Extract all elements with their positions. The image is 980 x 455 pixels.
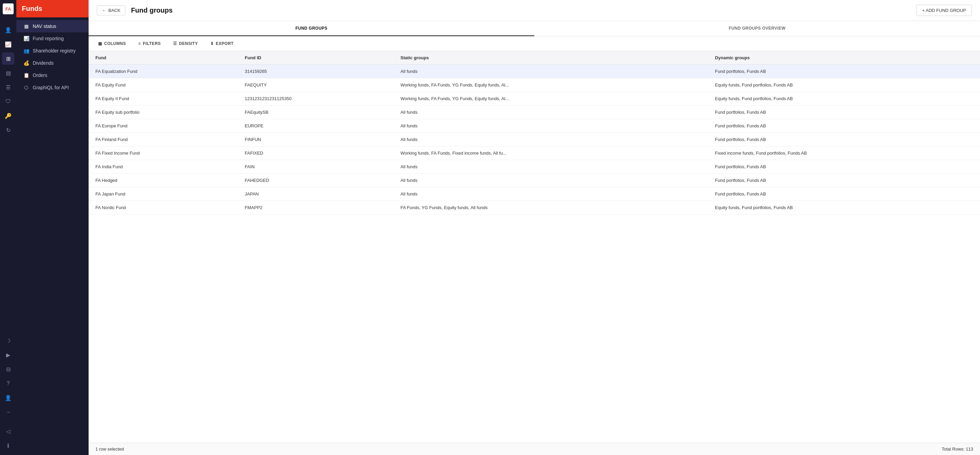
back-button[interactable]: ← BACK bbox=[97, 5, 126, 15]
list-icon-btn[interactable]: ☰ bbox=[2, 81, 14, 93]
app-logo: FA bbox=[3, 3, 14, 14]
cell-row5-col0: FA Finland Fund bbox=[89, 133, 238, 146]
icon-sidebar: FA 👤 📈 ⊞ ▤ ☰ 🛡 🔑 ↻ ☽ ▶ ⊟ ? 👤 → ◁ ℹ bbox=[0, 0, 16, 455]
cell-row9-col3: Fund portfolios, Funds AB bbox=[708, 187, 980, 201]
sidebar-item-dividends[interactable]: 💰 Dividends bbox=[16, 57, 89, 69]
cell-row1-col0: FA Equity Fund bbox=[89, 78, 238, 92]
cell-row3-col1: FAEquitySB bbox=[238, 106, 394, 119]
orders-icon: 📋 bbox=[23, 73, 29, 78]
sidebar-item-orders[interactable]: 📋 Orders bbox=[16, 69, 89, 81]
add-fund-group-label: + ADD FUND GROUP bbox=[922, 8, 966, 13]
cell-row4-col0: FA Europe Fund bbox=[89, 119, 238, 133]
sidebar-item-fund-reporting[interactable]: 📊 Fund reporting bbox=[16, 32, 89, 44]
table-row[interactable]: FA Equity FundFAEQUITYWorking funds, FA … bbox=[89, 78, 980, 92]
cell-row9-col2: All funds bbox=[394, 187, 708, 201]
table-header-row: Fund Fund ID Static groups Dynamic group… bbox=[89, 51, 980, 65]
cell-row10-col3: Equity funds, Fund portfolios, Funds AB bbox=[708, 201, 980, 214]
shareholder-icon: 👥 bbox=[23, 48, 29, 54]
density-button[interactable]: ☰ DENSITY bbox=[170, 40, 201, 48]
cell-row10-col2: FA Funds, YG Funds, Equity funds, All fu… bbox=[394, 201, 708, 214]
filters-icon: ≡ bbox=[138, 41, 141, 46]
moon-icon-btn[interactable]: ☽ bbox=[2, 335, 14, 347]
cell-row9-col0: FA Japan Fund bbox=[89, 187, 238, 201]
cell-row7-col1: FAIN bbox=[238, 160, 394, 174]
cell-row5-col3: Fund portfolios, Funds AB bbox=[708, 133, 980, 146]
cell-row7-col3: Fund portfolios, Funds AB bbox=[708, 160, 980, 174]
logout-icon-btn[interactable]: → bbox=[2, 406, 14, 418]
topbar: ← BACK Fund groups + ADD FUND GROUP bbox=[89, 0, 980, 21]
chart-icon-btn[interactable]: 📈 bbox=[2, 38, 14, 51]
table-row[interactable]: FA Nordic FundFMAPP2FA Funds, YG Funds, … bbox=[89, 201, 980, 214]
table-icon-btn[interactable]: ▤ bbox=[2, 67, 14, 79]
toolbar: ▦ COLUMNS ≡ FILTERS ☰ DENSITY ⬇ EXPORT bbox=[89, 36, 980, 51]
add-fund-group-button[interactable]: + ADD FUND GROUP bbox=[916, 5, 972, 16]
tab-fund-groups-overview[interactable]: FUND GROUPS OVERVIEW bbox=[534, 21, 980, 36]
col-header-dynamic-groups: Dynamic groups bbox=[708, 51, 980, 65]
cell-row8-col1: FAHEDGED bbox=[238, 174, 394, 187]
cell-row7-col0: FA India Fund bbox=[89, 160, 238, 174]
info-icon-btn[interactable]: ℹ bbox=[2, 439, 14, 452]
refresh-icon-btn[interactable]: ↻ bbox=[2, 124, 14, 136]
table-row[interactable]: FA India FundFAINAll fundsFund portfolio… bbox=[89, 160, 980, 174]
cell-row4-col2: All funds bbox=[394, 119, 708, 133]
sidebar-title: Funds bbox=[22, 5, 42, 13]
statusbar: 1 row selected Total Rows: 113 bbox=[89, 443, 980, 455]
columns-button[interactable]: ▦ COLUMNS bbox=[95, 40, 129, 48]
cell-row5-col2: All funds bbox=[394, 133, 708, 146]
collapse-icon-btn[interactable]: ◁ bbox=[2, 425, 14, 437]
user-icon-btn[interactable]: 👤 bbox=[2, 392, 14, 404]
export-label: EXPORT bbox=[216, 41, 234, 46]
cell-row6-col0: FA Fixed Income Fund bbox=[89, 146, 238, 160]
back-label: BACK bbox=[108, 8, 120, 13]
table-row[interactable]: FA Equity sub portfolioFAEquitySBAll fun… bbox=[89, 106, 980, 119]
table-row[interactable]: FA Europe FundEUROPEAll fundsFund portfo… bbox=[89, 119, 980, 133]
filters-label: FILTERS bbox=[143, 41, 161, 46]
play-icon-btn[interactable]: ▶ bbox=[2, 349, 14, 361]
cell-row3-col2: All funds bbox=[394, 106, 708, 119]
density-label: DENSITY bbox=[179, 41, 198, 46]
tab-fund-groups[interactable]: FUND GROUPS bbox=[89, 21, 534, 36]
sidebar-header: Funds bbox=[16, 0, 89, 17]
key-icon-btn[interactable]: 🔑 bbox=[2, 109, 14, 122]
sidebar-item-graphiql[interactable]: ⬡ GraphiQL for API bbox=[16, 81, 89, 94]
total-rows-text: Total Rows: 113 bbox=[942, 447, 974, 452]
cell-row4-col3: Fund portfolios, Funds AB bbox=[708, 119, 980, 133]
fund-reporting-label: Fund reporting bbox=[33, 36, 64, 41]
grid-icon-btn[interactable]: ⊞ bbox=[2, 52, 14, 65]
sidebar-item-nav-status[interactable]: ▦ NAV status bbox=[16, 20, 89, 32]
cell-row6-col1: FAFIXED bbox=[238, 146, 394, 160]
filters-button[interactable]: ≡ FILTERS bbox=[135, 40, 164, 48]
cell-row3-col3: Fund portfolios, Funds AB bbox=[708, 106, 980, 119]
dividends-icon: 💰 bbox=[23, 60, 29, 66]
cell-row1-col1: FAEQUITY bbox=[238, 78, 394, 92]
col-header-fund-id: Fund ID bbox=[238, 51, 394, 65]
dividends-label: Dividends bbox=[33, 60, 54, 66]
graphiql-label: GraphiQL for API bbox=[33, 85, 69, 90]
people-icon-btn[interactable]: 👤 bbox=[2, 24, 14, 36]
density-icon: ☰ bbox=[173, 41, 177, 46]
cell-row2-col2: Working funds, FA Funds, YG Funds, Equit… bbox=[394, 92, 708, 106]
table-row[interactable]: FA HedgedFAHEDGEDAll fundsFund portfolio… bbox=[89, 174, 980, 187]
table-row[interactable]: FA Finland FundFINFUNAll fundsFund portf… bbox=[89, 133, 980, 146]
main-content: ← BACK Fund groups + ADD FUND GROUP FUND… bbox=[89, 0, 980, 455]
nav-status-icon: ▦ bbox=[23, 24, 29, 29]
columns-icon: ▦ bbox=[98, 41, 102, 46]
help-icon-btn[interactable]: ? bbox=[2, 377, 14, 390]
table-row[interactable]: FA Fixed Income FundFAFIXEDWorking funds… bbox=[89, 146, 980, 160]
cell-row4-col1: EUROPE bbox=[238, 119, 394, 133]
columns-label: COLUMNS bbox=[104, 41, 126, 46]
page-title: Fund groups bbox=[131, 6, 172, 14]
inbox-icon-btn[interactable]: ⊟ bbox=[2, 363, 14, 375]
shield-icon-btn[interactable]: 🛡 bbox=[2, 95, 14, 108]
table-row[interactable]: FA Equalization Fund314159265All fundsFu… bbox=[89, 65, 980, 78]
cell-row8-col0: FA Hedged bbox=[89, 174, 238, 187]
table-container: Fund Fund ID Static groups Dynamic group… bbox=[89, 51, 980, 443]
export-icon: ⬇ bbox=[210, 41, 214, 46]
cell-row10-col1: FMAPP2 bbox=[238, 201, 394, 214]
cell-row1-col3: Equity funds, Fund portfolios, Funds AB bbox=[708, 78, 980, 92]
table-row[interactable]: FA Japan FundJAPANAll fundsFund portfoli… bbox=[89, 187, 980, 201]
export-button[interactable]: ⬇ EXPORT bbox=[207, 40, 237, 48]
back-arrow-icon: ← bbox=[102, 8, 106, 13]
table-row[interactable]: FA Equity II Fund1231231231231125350Work… bbox=[89, 92, 980, 106]
sidebar-item-shareholder-registry[interactable]: 👥 Shareholder registry bbox=[16, 44, 89, 57]
